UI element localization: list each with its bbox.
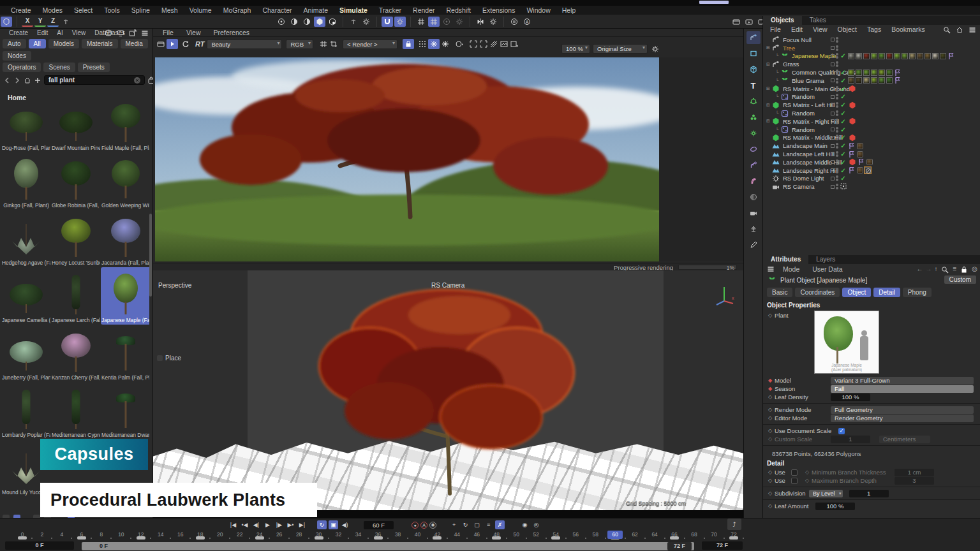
object-label[interactable]: RS Dome Light xyxy=(783,175,824,182)
back-icon[interactable]: ← xyxy=(916,265,923,274)
asset-item[interactable]: Field Maple (Fall, Plant) xyxy=(101,95,149,152)
pen-icon[interactable] xyxy=(746,239,761,251)
visibility-dots[interactable] xyxy=(836,102,838,108)
panel-menu-icon[interactable] xyxy=(140,29,150,38)
section-tab-object[interactable]: Object xyxy=(842,288,871,297)
save-image-icon[interactable] xyxy=(509,40,519,48)
camera-label[interactable]: RS Camera xyxy=(431,282,464,289)
fit-view-icon[interactable] xyxy=(468,40,479,48)
expander-icon[interactable]: ⊞ xyxy=(766,45,771,50)
keyframe-mark[interactable] xyxy=(315,536,323,540)
object-row[interactable]: ⊞RS Matrix - Main Ground✓ xyxy=(763,85,980,93)
object-row[interactable]: └Blue Grama✓ xyxy=(763,77,980,85)
object-label[interactable]: Grass xyxy=(783,61,799,68)
asset-item[interactable]: Dog-Rose (Fall, Plant) xyxy=(1,95,51,152)
next-frame-button[interactable]: |▶ xyxy=(274,520,284,529)
layer-chip[interactable] xyxy=(831,87,835,91)
layer-chip[interactable] xyxy=(831,119,835,123)
viewport-label[interactable]: Perspective xyxy=(158,282,191,289)
om-tab-objects[interactable]: Objects xyxy=(763,16,802,25)
visibility-dots[interactable] xyxy=(836,135,838,140)
playhead[interactable]: 60 xyxy=(607,531,623,539)
material-tag[interactable] xyxy=(902,53,908,59)
snap-settings-icon[interactable] xyxy=(394,17,406,27)
pass-dropdown[interactable]: Beauty xyxy=(207,40,282,49)
restart-render-icon[interactable] xyxy=(181,40,191,48)
sound-button[interactable]: ◀) xyxy=(340,520,350,529)
leaf-amount-field[interactable]: 100 % xyxy=(815,503,855,510)
om-menu-bookmarks[interactable]: Bookmarks xyxy=(887,26,930,33)
object-row[interactable]: ⊞Tree xyxy=(763,44,980,52)
visibility-dots[interactable] xyxy=(836,127,838,133)
zoom-value[interactable]: 100 % xyxy=(561,44,590,54)
keyframe-mark[interactable] xyxy=(18,536,27,540)
menu-window[interactable]: Window xyxy=(521,6,556,14)
render-mode-dropdown[interactable]: Full Geometry xyxy=(831,406,974,414)
key-rotation-button[interactable]: ↻ xyxy=(461,520,470,529)
workplane-icon[interactable] xyxy=(348,17,359,27)
enabled-check-icon[interactable]: ✓ xyxy=(840,110,847,117)
layer-chip[interactable] xyxy=(831,62,835,66)
end-frame-field[interactable]: 72 F xyxy=(702,541,743,550)
material-tag[interactable] xyxy=(863,53,870,59)
key-scale-button[interactable]: ▢ xyxy=(472,520,482,529)
mode-polygon-icon[interactable] xyxy=(301,17,313,27)
panel-menu-icon[interactable] xyxy=(766,265,776,274)
filter-tab-nodes[interactable]: Nodes xyxy=(3,51,31,61)
grid-icon[interactable] xyxy=(415,17,427,27)
ab-menu-create[interactable]: Create xyxy=(5,29,32,36)
material-tag[interactable] xyxy=(871,53,877,59)
material-tag[interactable] xyxy=(871,77,877,84)
cloner-icon[interactable] xyxy=(746,111,761,124)
material-tag[interactable] xyxy=(857,167,863,173)
subdivision-field[interactable]: 1 xyxy=(849,490,889,497)
enabled-check-icon[interactable]: ✓ xyxy=(840,77,847,84)
filter-tab-media[interactable]: Media xyxy=(121,39,148,48)
object-row[interactable]: ⊞RS Matrix - Left Hill✓ xyxy=(763,101,980,109)
keyframe-mark[interactable] xyxy=(551,536,560,540)
visibility-dots[interactable] xyxy=(836,151,838,157)
material-tag[interactable] xyxy=(932,53,939,59)
layer-chip[interactable] xyxy=(831,177,835,180)
camera-active-icon[interactable] xyxy=(840,182,847,191)
filter-tab-operators[interactable]: Operators xyxy=(3,62,41,72)
menu-modes[interactable]: Modes xyxy=(37,6,69,14)
record-keyframe-button[interactable]: ● xyxy=(412,522,419,529)
material-tag[interactable] xyxy=(871,70,877,76)
keyframe-mark[interactable] xyxy=(433,536,442,540)
go-to-end-button[interactable]: ▶| xyxy=(297,520,307,529)
menu-tools[interactable]: Tools xyxy=(98,6,126,14)
object-row[interactable]: ⊞RS Matrix - Right Hill✓ xyxy=(763,117,980,126)
monitor-icon[interactable] xyxy=(115,29,126,38)
layer-chip[interactable] xyxy=(831,144,835,148)
snapshot-icon[interactable] xyxy=(156,40,166,48)
material-tag[interactable] xyxy=(856,53,862,59)
fcurve-icon[interactable]: ⤴ xyxy=(727,518,741,530)
use-max-branch-checkbox[interactable] xyxy=(791,478,798,484)
spline-icon[interactable] xyxy=(746,143,761,156)
visibility-dots[interactable] xyxy=(836,110,838,116)
play-mode-button[interactable]: ▣ xyxy=(329,520,338,529)
material-tag[interactable] xyxy=(940,53,946,59)
home-icon[interactable] xyxy=(954,26,965,34)
asset-item[interactable]: Japanese Larch (Fall, Pl... xyxy=(51,267,101,325)
pixel-grid-icon[interactable] xyxy=(318,40,329,48)
visibility-dots[interactable] xyxy=(836,78,838,84)
previous-key-button[interactable]: •◀ xyxy=(240,520,249,529)
add-icon[interactable] xyxy=(34,76,41,85)
menu-render[interactable]: Render xyxy=(407,6,440,14)
keyframe-mark[interactable] xyxy=(729,536,738,540)
keyed-param-dot[interactable]: ◆ xyxy=(768,378,775,383)
start-frame-field[interactable]: 0 F xyxy=(5,541,74,550)
filter-tab-models[interactable]: Models xyxy=(48,39,79,48)
axis-z-button[interactable]: Z xyxy=(47,17,59,27)
up-icon[interactable]: ↑ xyxy=(934,265,937,274)
last-tool-icon[interactable] xyxy=(1,17,12,27)
object-row[interactable]: └Random✓ xyxy=(763,109,980,117)
menu-help[interactable]: Help xyxy=(556,6,582,14)
play-button[interactable]: ▶ xyxy=(263,520,272,529)
editor-mode-dropdown[interactable]: Render Geometry xyxy=(831,415,974,422)
material-tag[interactable] xyxy=(879,70,885,76)
layer-chip[interactable] xyxy=(831,128,835,131)
om-menu-file[interactable]: File xyxy=(766,26,785,33)
